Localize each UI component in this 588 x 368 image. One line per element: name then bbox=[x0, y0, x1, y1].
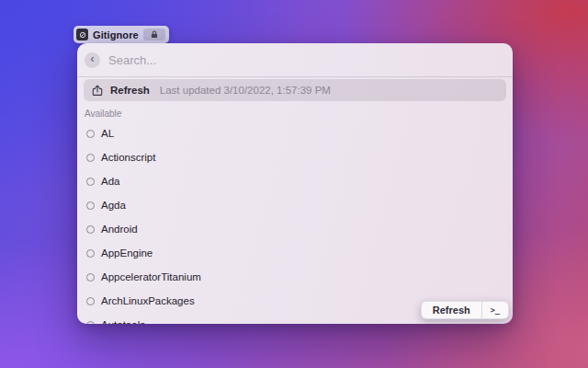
list-item-label: Ada bbox=[101, 176, 119, 187]
chip-label: Gitignore bbox=[93, 29, 139, 40]
action-bar: Refresh >_ bbox=[421, 301, 509, 319]
list-item-label: Autotools bbox=[101, 319, 145, 324]
circle-unchecked-icon bbox=[86, 297, 95, 305]
section-header: Available bbox=[85, 109, 513, 119]
terminal-button[interactable]: >_ bbox=[482, 302, 508, 318]
action-row-label: Refresh bbox=[110, 85, 150, 96]
list-item[interactable]: Android bbox=[77, 217, 513, 241]
back-button[interactable]: ‹ bbox=[85, 52, 100, 68]
search-bar: ‹ bbox=[77, 43, 513, 77]
desktop-background: Gitignore ‹ Refresh Last updated 3/10/20… bbox=[0, 0, 588, 368]
chevron-left-icon: ‹ bbox=[91, 52, 95, 66]
circle-unchecked-icon bbox=[86, 130, 95, 138]
list-item-label: AppEngine bbox=[101, 247, 153, 259]
circle-unchecked-icon bbox=[86, 178, 95, 186]
action-row-detail: Last updated 3/10/2022, 1:57:39 PM bbox=[160, 85, 331, 96]
extension-chip[interactable]: Gitignore bbox=[74, 26, 169, 43]
list-item[interactable]: Agda bbox=[77, 193, 513, 217]
terminal-prompt-icon: >_ bbox=[491, 305, 500, 315]
list-item-label: Android bbox=[101, 224, 138, 235]
list-item-label: Actionscript bbox=[101, 152, 155, 163]
circle-unchecked-icon bbox=[86, 321, 95, 325]
lock-badge bbox=[143, 29, 165, 40]
list-item[interactable]: Actionscript bbox=[77, 145, 513, 169]
refresh-action-row[interactable]: Refresh Last updated 3/10/2022, 1:57:39 … bbox=[84, 79, 506, 101]
circle-unchecked-icon bbox=[86, 249, 95, 258]
gitignore-app-icon bbox=[76, 29, 88, 40]
circle-unchecked-icon bbox=[86, 201, 95, 210]
circle-unchecked-icon bbox=[86, 273, 95, 282]
list-item[interactable]: Ada bbox=[77, 169, 513, 193]
available-list: AL Actionscript Ada Agda Android AppEngi… bbox=[77, 121, 513, 324]
list-item-label: AppceleratorTitanium bbox=[101, 271, 201, 282]
lock-icon bbox=[151, 30, 158, 39]
list-item-label: Agda bbox=[101, 200, 126, 211]
raycast-window: ‹ Refresh Last updated 3/10/2022, 1:57:3… bbox=[77, 43, 513, 324]
list-item-label: AL bbox=[101, 128, 114, 139]
list-item[interactable]: AppEngine bbox=[77, 241, 513, 265]
circle-unchecked-icon bbox=[86, 154, 95, 162]
refresh-button[interactable]: Refresh bbox=[422, 302, 481, 318]
list-item[interactable]: AL bbox=[77, 121, 513, 145]
search-input[interactable] bbox=[108, 53, 501, 67]
list-item-label: ArchLinuxPackages bbox=[101, 295, 195, 306]
upload-arrow-icon bbox=[92, 85, 103, 97]
circle-unchecked-icon bbox=[86, 225, 95, 234]
list-item[interactable]: AppceleratorTitanium bbox=[77, 265, 513, 289]
